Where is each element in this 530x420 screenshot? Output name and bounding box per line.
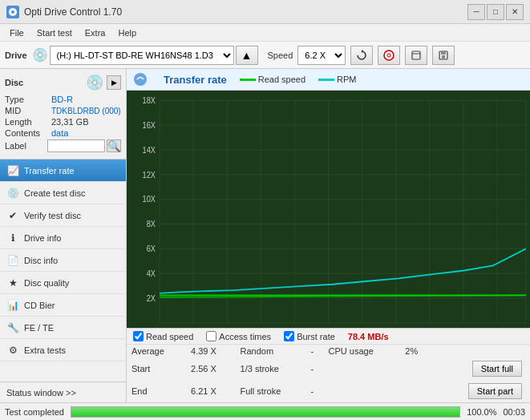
svg-text:10X: 10X xyxy=(143,195,156,204)
legend-rpm: RPM xyxy=(318,75,356,84)
maximize-button[interactable]: □ xyxy=(487,4,504,20)
sidebar: Disc 💿 ▶ Type BD-R MID TDKBLDRBD (000) L… xyxy=(0,69,127,402)
disc-section-title: Disc xyxy=(5,78,23,87)
stroke-value: - xyxy=(306,357,324,380)
settings-button[interactable] xyxy=(405,46,427,65)
drive-select[interactable]: (H:) HL-DT-ST BD-RE WH16NS48 1.D3 xyxy=(50,46,234,65)
menu-help[interactable]: Help xyxy=(111,26,143,39)
full-stroke-value: - xyxy=(306,380,324,402)
disc-info-panel: Disc 💿 ▶ Type BD-R MID TDKBLDRBD (000) L… xyxy=(0,69,126,160)
nav-fe-te[interactable]: 🔧 FE / TE xyxy=(0,317,126,339)
chart-header-icon xyxy=(133,72,148,87)
average-label: Average xyxy=(127,345,186,357)
nav-create-test-disc-label: Create test disc xyxy=(24,188,85,198)
read-speed-checkbox-item: Read speed xyxy=(133,331,193,341)
status-time: 00:03 xyxy=(503,407,525,417)
status-bar: Test completed 100.0% 00:03 xyxy=(0,402,530,420)
menu-extra[interactable]: Extra xyxy=(79,26,112,39)
refresh-icon xyxy=(356,50,367,61)
settings-icon xyxy=(411,50,422,61)
read-speed-legend-color xyxy=(240,79,256,81)
nav-disc-info-label: Disc info xyxy=(24,256,58,265)
svg-text:4X: 4X xyxy=(147,269,156,278)
minimize-button[interactable]: ─ xyxy=(467,4,485,20)
nav-extra-tests-label: Extra tests xyxy=(24,345,66,355)
speed-select[interactable]: 6.2 X xyxy=(297,46,346,65)
type-label: Type xyxy=(5,95,51,104)
legend-rpm-label: RPM xyxy=(337,75,356,84)
svg-marker-2 xyxy=(362,50,364,53)
stats-table: Average 4.39 X Random - CPU usage 2% Sta… xyxy=(127,345,530,402)
nav-cd-bier[interactable]: 📊 CD Bier xyxy=(0,294,126,317)
nav-disc-quality-label: Disc quality xyxy=(24,278,69,288)
svg-point-3 xyxy=(384,50,394,60)
nav-create-test-disc[interactable]: 💿 Create test disc xyxy=(0,182,126,204)
speed-label: Speed xyxy=(268,50,293,60)
end-value: 6.21 X xyxy=(186,380,235,402)
mid-label: MID xyxy=(5,106,51,115)
nav-verify-test-disc[interactable]: ✔ Verify test disc xyxy=(0,204,126,227)
verify-test-disc-icon: ✔ xyxy=(6,209,19,222)
label-input[interactable] xyxy=(47,139,105,152)
nav-transfer-rate-label: Transfer rate xyxy=(24,166,75,176)
burst-rate-checkbox[interactable] xyxy=(284,331,294,341)
svg-rect-8 xyxy=(441,51,446,55)
access-times-checkbox-item: Access times xyxy=(206,331,271,341)
label-search-button[interactable]: 🔍 xyxy=(107,139,121,152)
svg-text:12X: 12X xyxy=(143,170,156,180)
menu-file[interactable]: File xyxy=(3,26,30,39)
svg-point-10 xyxy=(134,73,147,86)
start-part-button[interactable]: Start part xyxy=(468,383,522,399)
refresh-button[interactable] xyxy=(350,46,373,65)
disc-info-icon: 📄 xyxy=(6,254,19,267)
transfer-rate-chart: 18X 16X 14X 12X 10X 8X 6X 4X 2X xyxy=(127,91,530,328)
drive-toolbar: Drive 💿 (H:) HL-DT-ST BD-RE WH16NS48 1.D… xyxy=(0,42,530,69)
chart-container: 18X 16X 14X 12X 10X 8X 6X 4X 2X xyxy=(127,91,530,328)
random-value: - xyxy=(306,345,324,357)
disc-action-button[interactable]: ▶ xyxy=(107,75,121,90)
disc-button[interactable] xyxy=(378,46,400,65)
nav-disc-info[interactable]: 📄 Disc info xyxy=(0,249,126,272)
title-bar: Opti Drive Control 1.70 ─ □ ✕ xyxy=(0,0,530,24)
create-test-disc-icon: 💿 xyxy=(6,187,19,200)
contents-value: data xyxy=(51,128,68,138)
svg-point-1 xyxy=(11,10,14,14)
svg-text:2X: 2X xyxy=(147,293,156,303)
drive-icon: 💿 xyxy=(32,47,48,63)
nav-drive-info-label: Drive info xyxy=(24,233,61,243)
menu-bar: File Start test Extra Help xyxy=(0,24,530,42)
label-label: Label xyxy=(5,141,47,151)
status-window-button[interactable]: Status window >> xyxy=(0,382,126,402)
burst-rate-checkbox-item: Burst rate xyxy=(284,331,335,341)
start-full-button[interactable]: Start full xyxy=(472,361,522,377)
contents-label: Contents xyxy=(5,128,51,138)
cpu-usage-value: 2% xyxy=(400,345,431,357)
svg-text:18X: 18X xyxy=(143,95,156,105)
eject-button[interactable]: ▲ xyxy=(236,46,258,65)
close-button[interactable]: ✕ xyxy=(506,4,524,20)
transfer-rate-icon: 📈 xyxy=(6,164,19,177)
svg-text:14X: 14X xyxy=(143,145,156,155)
menu-start-test[interactable]: Start test xyxy=(30,26,79,39)
legend-read-speed: Read speed xyxy=(240,75,305,84)
access-times-checkbox[interactable] xyxy=(206,331,216,341)
disc-image-icon: 💿 xyxy=(86,74,103,91)
start-value: 2.56 X xyxy=(186,357,235,380)
drive-info-icon: ℹ xyxy=(6,232,19,244)
nav-cd-bier-label: CD Bier xyxy=(24,301,55,310)
nav-extra-tests[interactable]: ⚙ Extra tests xyxy=(0,339,126,361)
nav-drive-info[interactable]: ℹ Drive info xyxy=(0,227,126,249)
nav-disc-quality[interactable]: ★ Disc quality xyxy=(0,272,126,294)
svg-rect-5 xyxy=(412,51,420,59)
burst-rate-checkbox-label: Burst rate xyxy=(297,332,335,341)
stroke-label: 1/3 stroke xyxy=(236,357,306,380)
read-speed-checkbox[interactable] xyxy=(133,331,144,341)
progress-bar-container xyxy=(71,406,460,418)
mid-value: TDKBLDRBD (000) xyxy=(51,107,121,115)
cpu-usage-label: CPU usage xyxy=(324,345,401,357)
nav-transfer-rate[interactable]: 📈 Transfer rate xyxy=(0,160,126,182)
save-button[interactable] xyxy=(432,46,455,65)
stats-row-end: End 6.21 X Full stroke - Start part xyxy=(127,380,530,402)
chart-bottom: Read speed Access times Burst rate 78.4 … xyxy=(127,328,530,402)
fe-te-icon: 🔧 xyxy=(6,321,19,334)
